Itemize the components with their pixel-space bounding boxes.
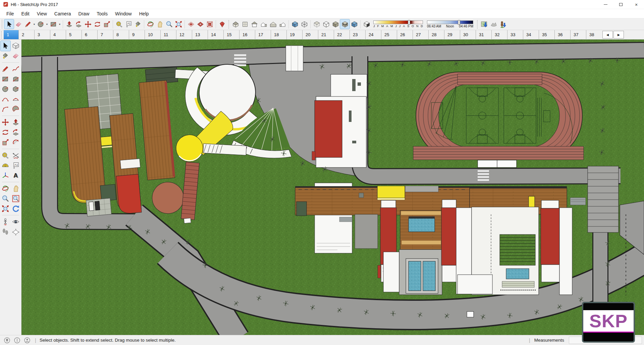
tab-scroll-right-button[interactable]: ▶ [613,31,624,39]
tape-measure-tool-button[interactable] [114,19,124,29]
scene-tab[interactable]: 34 [523,30,539,39]
palette-arc-tool[interactable] [1,94,10,104]
scene-tab[interactable]: 21 [318,30,334,39]
toggle-terrain-button[interactable] [489,19,498,29]
palette-make-component-tool[interactable] [11,41,21,51]
scene-tab[interactable]: 33 [507,30,523,39]
palette-look-around-tool[interactable] [11,217,21,227]
scene-tab[interactable]: 35 [539,30,554,39]
palette-zoom-window-tool[interactable] [11,194,21,204]
scene-tab[interactable]: 11 [160,30,176,39]
scene-tab[interactable]: 25 [381,30,397,39]
scene-tab[interactable]: 4 [50,30,66,39]
palette-3d-text-tool[interactable] [11,170,21,181]
arc-tool-button[interactable] [36,19,45,29]
scene-tab[interactable]: 8 [113,30,129,39]
text-tool-button[interactable] [124,19,133,29]
palette-freehand-tool[interactable] [11,64,21,74]
add-location-button[interactable] [479,19,489,29]
back-view-button[interactable] [268,19,278,29]
hidden-line-style-button[interactable] [321,19,331,29]
monochrome-style-button[interactable] [350,19,359,29]
eraser-tool-button[interactable] [14,19,23,29]
rectangle-tool-button[interactable] [49,19,58,29]
scene-tab[interactable]: 27 [413,30,428,39]
palette-rotate-tool[interactable] [1,127,10,137]
palette-zoom-extents-tool[interactable] [1,204,10,214]
palette-protractor-tool[interactable] [1,160,10,170]
menu-item[interactable]: Edit [18,10,33,18]
scene-tab[interactable]: 24 [365,30,381,39]
palette-orbit-tool[interactable] [1,184,10,194]
scene-tab[interactable]: 17 [255,30,271,39]
wireframe-style-button[interactable] [300,19,309,29]
maximize-button[interactable] [613,0,629,9]
palette-rotated-rectangle-tool[interactable] [11,74,21,84]
geolocation-icon[interactable] [4,337,10,343]
scene-tab[interactable]: 36 [554,30,570,39]
minimize-button[interactable] [598,0,613,9]
palette-position-camera-tool[interactable] [1,217,10,227]
palette-tape-measure-tool[interactable] [1,150,10,160]
menu-item[interactable]: Window [111,10,136,18]
scene-tab[interactable]: 6 [82,30,97,39]
menu-item[interactable]: Draw [75,10,93,18]
scene-tab[interactable]: 1 [4,30,18,39]
line-tool-button[interactable] [23,19,33,29]
scene-tab[interactable]: 28 [428,30,444,39]
scene-tab[interactable]: 23 [350,30,365,39]
top-view-button[interactable] [240,19,250,29]
palette-three-point-arc-tool[interactable] [1,104,10,114]
tab-scroll-left-button[interactable]: ◀ [602,31,613,39]
push-pull-tool-button[interactable] [64,19,74,29]
time-slider-thumb[interactable] [458,20,460,25]
scene-tab[interactable]: 26 [397,30,413,39]
scene-tab[interactable]: 16 [239,30,255,39]
palette-circle-tool[interactable] [1,84,10,94]
arc-dropdown-icon[interactable]: ▼ [45,23,49,25]
select-tool-button[interactable] [4,19,14,29]
menu-item[interactable]: Camera [51,10,75,18]
scene-tab[interactable]: 15 [223,30,239,39]
palette-two-point-arc-tool[interactable] [11,94,21,104]
claim-credit-icon[interactable] [14,337,20,343]
palette-line-tool[interactable] [1,64,10,74]
palette-rectangle-tool[interactable] [1,74,10,84]
shadow-time-slider[interactable]: 06:43 AM Noon 04:46 PM [427,20,473,28]
section-plane-button[interactable] [186,19,196,29]
shadow-settings-button[interactable] [362,19,371,29]
scene-tab[interactable]: 30 [460,30,476,39]
sketchup-gem-button[interactable] [217,19,227,29]
scene-tab[interactable]: 9 [129,30,145,39]
palette-move-tool[interactable] [1,117,10,127]
scene-tab[interactable]: 22 [334,30,350,39]
scene-tab[interactable]: 3 [34,30,50,39]
line-dropdown-icon[interactable]: ▼ [33,23,36,25]
right-view-button[interactable] [259,19,268,29]
scene-tab[interactable]: 19 [286,30,302,39]
scene-tab[interactable]: 13 [192,30,208,39]
xray-style-button[interactable] [312,19,321,29]
palette-dimension-tool[interactable] [11,150,21,160]
palette-walk-tool[interactable] [1,227,10,237]
section-cuts-button[interactable] [205,19,214,29]
palette-follow-me-tool[interactable] [11,127,21,137]
palette-paint-bucket-tool[interactable] [1,51,10,61]
scene-tab[interactable]: 38 [586,30,602,39]
front-view-button[interactable] [250,19,259,29]
shaded-with-textures-style-button[interactable] [340,19,350,29]
shaded-box-button[interactable] [290,19,300,29]
menu-item[interactable]: View [33,10,51,18]
scene-tab[interactable]: 31 [476,30,491,39]
palette-previous-view-tool[interactable] [11,204,21,214]
scene-tab[interactable]: 14 [208,30,223,39]
iso-view-button[interactable] [231,19,240,29]
scene-tab[interactable]: 2 [18,30,34,39]
orbit-tool-button[interactable] [146,19,155,29]
photo-textures-button[interactable] [498,19,507,29]
scene-tab[interactable]: 12 [176,30,192,39]
scene-tab[interactable]: 29 [444,30,460,39]
palette-select-tool[interactable] [1,41,10,51]
scene-tab[interactable]: 5 [66,30,82,39]
palette-pan-tool[interactable] [11,184,21,194]
